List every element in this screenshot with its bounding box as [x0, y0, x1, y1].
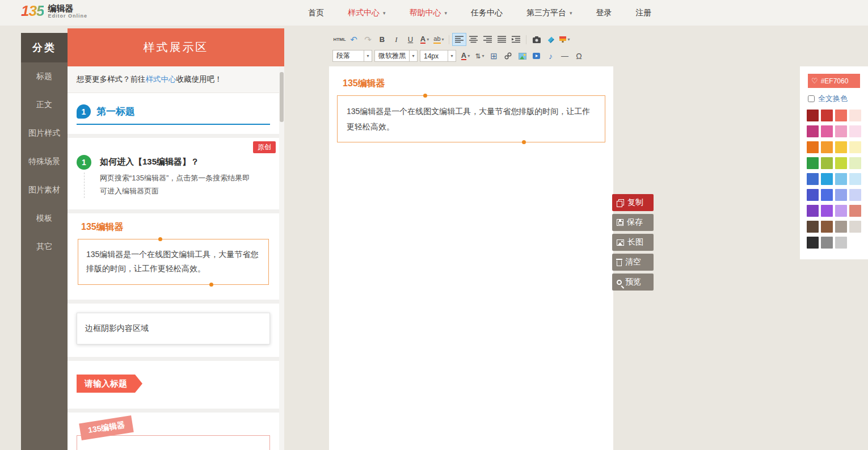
full-text-recolor-toggle[interactable]: 全文换色: [808, 94, 860, 104]
color-swatch[interactable]: [821, 157, 833, 169]
nav-help-center[interactable]: 帮助中心 ▾: [410, 8, 448, 18]
color-swatch[interactable]: [807, 157, 819, 169]
color-swatch[interactable]: [835, 237, 847, 249]
html-source-button[interactable]: HTML: [333, 33, 346, 45]
insert-image-button[interactable]: [516, 50, 529, 62]
sidebar-item-body[interactable]: 正文: [21, 91, 68, 119]
paragraph-select[interactable]: 段落 ▾: [332, 50, 372, 62]
sidebar-item-title[interactable]: 标题: [21, 62, 68, 91]
color-swatch[interactable]: [807, 125, 819, 137]
italic-button[interactable]: I: [390, 33, 403, 45]
color-swatch[interactable]: [835, 110, 847, 121]
sidebar-item-image-material[interactable]: 图片素材: [21, 176, 68, 204]
color-swatch[interactable]: [849, 141, 861, 153]
current-color-swatch[interactable]: ♡ #EF7060: [808, 74, 860, 88]
text-color-icon: A: [461, 52, 466, 61]
color-swatch[interactable]: [849, 237, 861, 249]
text-color-dropdown[interactable]: A ▾: [459, 50, 472, 62]
color-swatch[interactable]: [849, 125, 861, 137]
editor-content-area[interactable]: 135编辑器 135编辑器是一个在线图文编辑工具，大量节省您排版的时间，让工作更…: [329, 66, 613, 450]
style-panel-scrollbar[interactable]: [279, 66, 284, 450]
color-swatch[interactable]: [835, 189, 847, 201]
style-sample-qa[interactable]: 原创 1 如何进入【135编辑器】？ 网页搜索“135编辑器”，点击第一条搜索结…: [68, 138, 279, 213]
color-swatch[interactable]: [821, 173, 833, 185]
long-image-button[interactable]: 长图: [612, 234, 654, 251]
sidebar-item-image-style[interactable]: 图片样式: [21, 119, 68, 148]
color-swatch[interactable]: [821, 189, 833, 201]
sidebar-item-other[interactable]: 其它: [21, 233, 68, 261]
color-swatch[interactable]: [835, 205, 847, 217]
color-swatch[interactable]: [821, 110, 833, 121]
table-button[interactable]: ⊞: [487, 50, 500, 62]
highlight-color-dropdown[interactable]: ab ▾: [432, 33, 445, 45]
align-left-button[interactable]: [453, 33, 466, 45]
color-swatch[interactable]: [807, 173, 819, 185]
clear-format-button[interactable]: [544, 33, 557, 45]
color-swatch[interactable]: [835, 157, 847, 169]
special-char-button[interactable]: Ω: [572, 50, 585, 62]
color-swatch[interactable]: [835, 221, 847, 233]
nav-home[interactable]: 首页: [308, 8, 324, 18]
bold-button[interactable]: B: [376, 33, 389, 45]
font-size-select[interactable]: 14px ▾: [420, 50, 456, 62]
color-swatch[interactable]: [807, 205, 819, 217]
insert-music-button[interactable]: ♪: [544, 50, 557, 62]
redo-icon[interactable]: ↷: [361, 33, 374, 45]
color-swatch[interactable]: [835, 173, 847, 185]
preview-button[interactable]: 预览: [612, 274, 654, 291]
color-swatch[interactable]: [849, 157, 861, 169]
nav-task-center[interactable]: 任务中心: [471, 8, 503, 18]
style-sample-ribbon[interactable]: 请输入标题: [68, 361, 279, 413]
color-swatch[interactable]: [821, 221, 833, 233]
screenshot-button[interactable]: [530, 33, 543, 45]
app-logo[interactable]: 135 编辑器 Editor Online: [21, 2, 87, 20]
font-family-select[interactable]: 微软雅黑 ▾: [374, 50, 418, 62]
save-button[interactable]: 保存: [612, 214, 654, 231]
nav-login[interactable]: 登录: [596, 8, 612, 18]
color-swatch[interactable]: [807, 110, 819, 121]
align-right-button[interactable]: [481, 33, 494, 45]
font-color-dropdown[interactable]: A ▾: [418, 33, 431, 45]
color-swatch[interactable]: [849, 189, 861, 201]
sidebar-item-special-scene[interactable]: 特殊场景: [21, 148, 68, 176]
color-swatch[interactable]: [849, 221, 861, 233]
color-swatch[interactable]: [821, 141, 833, 153]
main-nav: 首页 样式中心 ▾ 帮助中心 ▾ 任务中心 第三方平台 ▾ 登录 注册: [308, 0, 652, 26]
color-swatch[interactable]: [821, 237, 833, 249]
color-swatch[interactable]: [835, 125, 847, 137]
color-swatch[interactable]: [807, 237, 819, 249]
style-sample-pink-box[interactable]: 135编辑器 135编辑器提供非常好用的微信图文编辑器。可以随心所欲的变换颜色调…: [68, 413, 279, 450]
horizontal-rule-button[interactable]: —: [558, 50, 571, 62]
style-sample-heading[interactable]: 1 第一标题: [68, 93, 279, 138]
align-justify-button[interactable]: [495, 33, 508, 45]
color-swatch[interactable]: [807, 221, 819, 233]
line-height-dropdown[interactable]: ⇅ ▾: [473, 50, 486, 62]
insert-video-button[interactable]: [530, 50, 543, 62]
nav-style-center[interactable]: 样式中心 ▾: [348, 8, 386, 18]
notice-style-center-link[interactable]: 样式中心: [146, 74, 176, 85]
style-panel: 样式展示区 想要更多样式？前往样式中心收藏使用吧！ 1 第一标题 原创 1 如何…: [68, 28, 284, 450]
style-sample-orange-box[interactable]: 135编辑器 135编辑器是一个在线图文编辑工具，大量节省您排版的时间，让工作更…: [68, 213, 279, 304]
color-swatch[interactable]: [821, 205, 833, 217]
color-swatch[interactable]: [835, 141, 847, 153]
underline-button[interactable]: U: [404, 33, 417, 45]
copy-button[interactable]: 复制: [612, 194, 654, 211]
scrollbar-thumb[interactable]: [280, 72, 284, 122]
sidebar-item-template[interactable]: 模板: [21, 204, 68, 233]
nav-third-party[interactable]: 第三方平台 ▾: [526, 8, 572, 18]
align-center-button[interactable]: [467, 33, 480, 45]
color-swatch[interactable]: [849, 205, 861, 217]
indent-button[interactable]: [509, 33, 523, 45]
format-brush-dropdown[interactable]: ▾: [558, 33, 571, 45]
color-swatch[interactable]: [849, 110, 861, 121]
color-swatch[interactable]: [807, 141, 819, 153]
color-swatch[interactable]: [821, 125, 833, 137]
color-swatch[interactable]: [807, 189, 819, 201]
link-button[interactable]: [502, 50, 515, 62]
undo-icon[interactable]: ↶: [347, 33, 360, 45]
clear-button[interactable]: 清空: [612, 254, 654, 271]
style-sample-shadow-box[interactable]: 边框阴影内容区域: [68, 304, 279, 361]
nav-register[interactable]: 注册: [636, 8, 652, 18]
full-text-recolor-checkbox[interactable]: [808, 95, 815, 102]
color-swatch[interactable]: [849, 173, 861, 185]
